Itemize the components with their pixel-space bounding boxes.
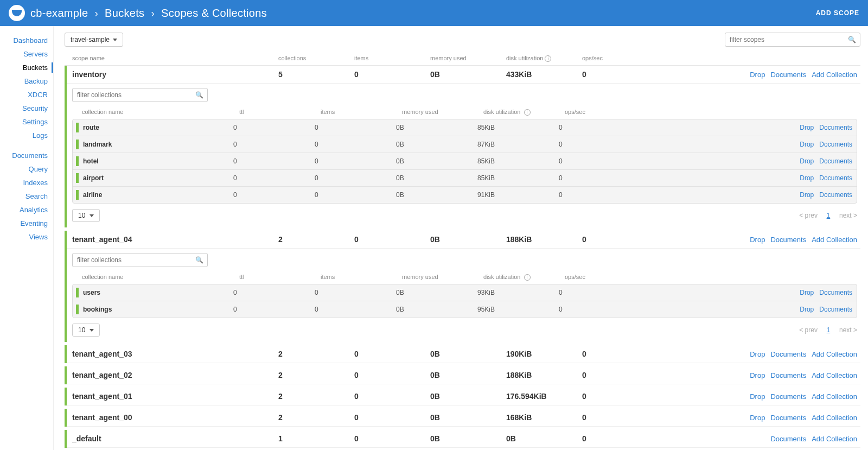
scope-add-collection-button[interactable]: Add Collection xyxy=(812,371,857,379)
scope-add-collection-button[interactable]: Add Collection xyxy=(812,414,857,422)
scope-add-collection-button[interactable]: Add Collection xyxy=(812,435,857,443)
scope-row[interactable]: tenant_agent_03200B190KiB0DropDocumentsA… xyxy=(67,345,860,363)
collection-documents-button[interactable]: Documents xyxy=(819,141,852,148)
sidebar-item-indexes[interactable]: Indexes xyxy=(0,176,53,189)
scope-drop-button[interactable]: Drop xyxy=(750,392,765,401)
scope-documents-button[interactable]: Documents xyxy=(770,236,806,244)
scope-row[interactable]: tenant_agent_01200B176.594KiB0DropDocume… xyxy=(67,388,860,405)
sidebar-item-dashboard[interactable]: Dashboard xyxy=(0,34,53,47)
scope-ops: 0 xyxy=(582,350,658,358)
scope-add-collection-button[interactable]: Add Collection xyxy=(812,350,857,358)
col-memory: memory used xyxy=(430,55,506,62)
sidebar-item-settings[interactable]: Settings xyxy=(0,115,53,129)
collection-row[interactable]: bookings000B95KiB0DropDocuments xyxy=(73,301,857,318)
scope-row[interactable]: tenant_agent_02200B188KiB0DropDocumentsA… xyxy=(67,366,860,384)
scope-add-collection-button[interactable]: Add Collection xyxy=(812,71,857,79)
collection-ops: 0 xyxy=(559,174,632,182)
sidebar-item-views[interactable]: Views xyxy=(0,230,53,244)
scope-ops: 0 xyxy=(582,392,658,401)
sidebar-item-query[interactable]: Query xyxy=(0,162,53,176)
prev-page-button[interactable]: < prev xyxy=(799,212,818,219)
scope-row[interactable]: tenant_agent_04200B188KiB0DropDocumentsA… xyxy=(67,231,860,249)
sidebar-item-backup[interactable]: Backup xyxy=(0,74,53,88)
col-items: items xyxy=(321,274,402,281)
sidebar-item-analytics[interactable]: Analytics xyxy=(0,203,53,217)
sidebar-item-buckets[interactable]: Buckets xyxy=(0,61,53,74)
status-marker xyxy=(76,156,79,166)
info-icon[interactable]: i xyxy=(524,109,531,116)
scope-add-collection-button[interactable]: Add Collection xyxy=(812,392,857,401)
scope-drop-button[interactable]: Drop xyxy=(750,350,765,358)
sidebar-item-eventing[interactable]: Eventing xyxy=(0,217,53,230)
collection-documents-button[interactable]: Documents xyxy=(819,124,852,131)
collection-row[interactable]: airport000B85KiB0DropDocuments xyxy=(73,170,857,187)
collection-documents-button[interactable]: Documents xyxy=(819,191,852,199)
col-items: items xyxy=(354,55,430,62)
scope-documents-button[interactable]: Documents xyxy=(770,392,806,401)
sidebar: DashboardServersBucketsBackupXDCRSecurit… xyxy=(0,26,53,450)
sidebar-item-search[interactable]: Search xyxy=(0,189,53,203)
brand: cb-example › Buckets › Scopes & Collecti… xyxy=(9,5,267,21)
sidebar-item-documents[interactable]: Documents xyxy=(0,149,53,162)
collection-memory: 0B xyxy=(396,191,477,199)
sidebar-item-servers[interactable]: Servers xyxy=(0,47,53,61)
add-scope-button[interactable]: ADD SCOPE xyxy=(816,9,859,17)
collection-drop-button[interactable]: Drop xyxy=(800,306,814,313)
scope-disk: 168KiB xyxy=(506,413,582,422)
collection-row[interactable]: users000B93KiB0DropDocuments xyxy=(73,284,857,301)
collection-headers: collection namettlitemsmemory useddisk u… xyxy=(72,105,857,119)
collection-documents-button[interactable]: Documents xyxy=(819,157,852,165)
page-size-select[interactable]: 10 xyxy=(72,324,100,337)
scope-documents-button[interactable]: Documents xyxy=(770,350,806,358)
next-page-button[interactable]: next > xyxy=(839,326,857,334)
filter-scopes-input[interactable] xyxy=(725,33,860,47)
scope-add-collection-button[interactable]: Add Collection xyxy=(812,236,857,244)
scope-row[interactable]: _default100B0B0DocumentsAdd Collection xyxy=(67,430,860,448)
info-icon[interactable]: i xyxy=(524,274,531,281)
scope-documents-button[interactable]: Documents xyxy=(770,71,806,79)
scope-drop-button[interactable]: Drop xyxy=(750,371,765,379)
bucket-select[interactable]: travel-sample xyxy=(65,33,123,47)
sidebar-item-security[interactable]: Security xyxy=(0,102,53,115)
collection-drop-button[interactable]: Drop xyxy=(800,141,814,148)
col-ops: ops/sec xyxy=(582,55,658,62)
prev-page-button[interactable]: < prev xyxy=(799,326,818,334)
scope-block: inventory500B433KiB0DropDocumentsAdd Col… xyxy=(65,66,860,227)
scope-drop-button[interactable]: Drop xyxy=(750,236,765,244)
scope-name: inventory xyxy=(72,70,278,79)
collection-ops: 0 xyxy=(559,191,632,199)
collection-documents-button[interactable]: Documents xyxy=(819,289,852,296)
breadcrumb-cluster[interactable]: cb-example xyxy=(30,7,88,19)
collection-row[interactable]: hotel000B85KiB0DropDocuments xyxy=(73,153,857,170)
scope-documents-button[interactable]: Documents xyxy=(770,435,806,443)
filter-collections-input[interactable] xyxy=(72,253,208,267)
scope-drop-button[interactable]: Drop xyxy=(750,414,765,422)
breadcrumb-buckets[interactable]: Buckets xyxy=(105,7,144,19)
page-size-select[interactable]: 10 xyxy=(72,209,100,222)
scope-actions: DropDocumentsAdd Collection xyxy=(658,236,857,244)
page-1-button[interactable]: 1 xyxy=(827,212,831,219)
collection-documents-button[interactable]: Documents xyxy=(819,174,852,182)
collection-drop-button[interactable]: Drop xyxy=(800,124,814,131)
collection-drop-button[interactable]: Drop xyxy=(800,289,814,296)
scope-documents-button[interactable]: Documents xyxy=(770,414,806,422)
filter-collections-input[interactable] xyxy=(72,88,208,102)
collection-drop-button[interactable]: Drop xyxy=(800,191,814,199)
scope-drop-button[interactable]: Drop xyxy=(750,71,765,79)
next-page-button[interactable]: next > xyxy=(839,212,857,219)
status-marker xyxy=(76,288,79,297)
collection-drop-button[interactable]: Drop xyxy=(800,174,814,182)
collection-documents-button[interactable]: Documents xyxy=(819,306,852,313)
sidebar-item-logs[interactable]: Logs xyxy=(0,129,53,142)
collection-row[interactable]: airline000B91KiB0DropDocuments xyxy=(73,187,857,203)
sidebar-item-xdcr[interactable]: XDCR xyxy=(0,88,53,102)
collection-row[interactable]: landmark000B87KiB0DropDocuments xyxy=(73,136,857,153)
scope-collections: 2 xyxy=(278,392,354,401)
scope-row[interactable]: tenant_agent_00200B168KiB0DropDocumentsA… xyxy=(67,409,860,427)
scope-documents-button[interactable]: Documents xyxy=(770,371,806,379)
collection-row[interactable]: route000B85KiB0DropDocuments xyxy=(73,119,857,136)
collection-drop-button[interactable]: Drop xyxy=(800,157,814,165)
page-1-button[interactable]: 1 xyxy=(827,326,831,334)
scope-row[interactable]: inventory500B433KiB0DropDocumentsAdd Col… xyxy=(67,66,860,84)
info-icon[interactable]: i xyxy=(545,55,551,62)
